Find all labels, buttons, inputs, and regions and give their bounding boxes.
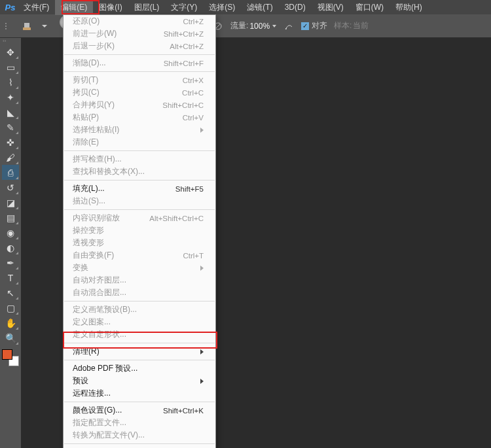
menu-item[interactable]: 清理(R) [64, 345, 215, 358]
eyedropper-tool[interactable]: ✎ [2, 120, 19, 135]
menubar-item-0[interactable]: 文件(F) [18, 0, 55, 15]
menu-item: 描边(S)... [64, 195, 215, 207]
submenu-triangle-icon [16, 297, 18, 300]
menubar-item-5[interactable]: 选择(S) [203, 0, 241, 15]
sample-selector[interactable]: 样本: 当前 [334, 20, 369, 31]
options-grip[interactable] [5, 17, 10, 35]
menu-item-shortcut: Shift+Ctrl+F [164, 60, 204, 67]
submenu-triangle-icon [16, 282, 18, 284]
dodge-tool[interactable]: ◐ [2, 240, 19, 255]
flow-field[interactable]: 流量: 100% [230, 20, 276, 31]
menu-item[interactable]: 颜色设置(G)...Shift+Ctrl+K [64, 404, 215, 417]
menu-item: 自由变换(F)Ctrl+T [64, 249, 215, 262]
submenu-triangle-icon [16, 177, 18, 179]
menubar-item-7[interactable]: 3D(D) [279, 1, 312, 14]
menu-item: 指定配置文件... [64, 417, 215, 429]
menubar-item-3[interactable]: 图层(L) [128, 0, 166, 15]
menu-item: 操控变形 [64, 224, 215, 237]
menu-item-label: 还原(O) [73, 16, 100, 27]
rectangle-tool[interactable]: ▢ [2, 300, 19, 315]
menubar-item-6[interactable]: 滤镜(T) [241, 0, 278, 15]
move-tool[interactable]: ✥ [2, 44, 19, 60]
fg-color-swatch[interactable] [2, 349, 12, 360]
menu-item[interactable]: Adobe PDF 预设... [64, 362, 215, 375]
menu-item-label: 定义图案... [73, 317, 111, 328]
pen-tool[interactable]: ✒ [2, 255, 19, 270]
menu-item: 查找和替换文本(X)... [64, 165, 215, 178]
menu-item-label: 查找和替换文本(X)... [73, 166, 145, 177]
align-checkbox[interactable]: ✓ 对齐 [301, 20, 327, 31]
menu-item-label: 远程连接... [73, 388, 111, 399]
menu-item-shortcut: Ctrl+T [183, 252, 204, 260]
menu-item[interactable]: 填充(L)...Shift+F5 [64, 182, 215, 195]
submenu-triangle-icon [16, 327, 18, 330]
gradient-tool[interactable]: ▤ [2, 210, 19, 225]
menu-item-label: 清理(R) [73, 346, 100, 357]
submenu-triangle-icon [16, 101, 18, 104]
menu-item-label: 填充(L)... [73, 183, 105, 194]
menu-item-shortcut: Alt+Ctrl+Z [170, 43, 204, 50]
active-tool-icon[interactable] [20, 19, 34, 33]
menu-item-label: 颜色设置(G)... [73, 405, 122, 416]
lasso-tool[interactable]: ⌇ [2, 75, 19, 90]
submenu-arrow-icon [200, 266, 204, 271]
menu-separator [64, 54, 215, 55]
menubar-item-9[interactable]: 窗口(W) [350, 0, 390, 15]
menu-separator [64, 150, 215, 151]
menu-item: 后退一步(K)Alt+Ctrl+Z [64, 40, 215, 52]
menu-item: 定义自定形状... [64, 328, 215, 341]
menu-item[interactable]: 预设 [64, 375, 215, 387]
menu-item-label: 选择性粘贴(I) [73, 124, 119, 135]
menubar-item-4[interactable]: 文字(Y) [165, 0, 203, 15]
submenu-arrow-icon [200, 379, 204, 384]
type-tool[interactable]: T [2, 270, 19, 285]
menu-item-shortcut: Ctrl+X [183, 77, 204, 84]
menubar-item-10[interactable]: 帮助(H) [390, 0, 428, 15]
hand-tool[interactable]: ✋ [2, 315, 19, 330]
menu-item-label: 描边(S)... [73, 196, 105, 207]
menu-item-label: 清除(E) [73, 137, 99, 148]
zoom-tool[interactable]: 🔍 [2, 330, 19, 345]
menu-item: 渐隐(D)...Shift+Ctrl+F [64, 57, 215, 69]
menubar-item-1[interactable]: 编辑(E) [55, 0, 93, 15]
marquee-tool[interactable]: ▭ [2, 60, 19, 75]
magic-wand-tool[interactable]: ✦ [2, 90, 19, 105]
svg-rect-1 [24, 23, 29, 27]
menu-item-shortcut: Ctrl+C [182, 89, 204, 97]
menu-item-label: 预设 [73, 375, 88, 387]
healing-brush-tool[interactable]: ✜ [2, 135, 19, 150]
menu-item-label: 粘贴(P) [73, 112, 99, 123]
svg-rect-0 [23, 27, 31, 30]
color-swatches[interactable] [2, 349, 19, 366]
eraser-tool[interactable]: ◪ [2, 195, 19, 210]
menu-item: 转换为配置文件(V)... [64, 429, 215, 441]
menu-item-label: 定义自定形状... [73, 329, 126, 340]
tool-rail: ✥▭⌇✦◣✎✜🖌⎙↺◪▤◉◐✒T↖▢✋🔍 [0, 43, 21, 448]
menu-item-label: 定义画笔预设(B)... [73, 304, 137, 315]
menu-item-label: 渐隐(D)... [73, 58, 106, 69]
blur-tool[interactable]: ◉ [2, 225, 19, 240]
clone-stamp-tool[interactable]: ⎙ [2, 165, 19, 180]
menubar-item-2[interactable]: 图像(I) [93, 0, 128, 15]
submenu-arrow-icon [200, 349, 204, 354]
menubar-item-8[interactable]: 视图(V) [312, 0, 350, 15]
menu-item-shortcut: Shift+Ctrl+C [162, 101, 204, 109]
menu-item-label: 操控变形 [73, 225, 104, 236]
menu-item: 内容识别缩放Alt+Shift+Ctrl+C [64, 212, 215, 224]
path-select-tool[interactable]: ↖ [2, 285, 19, 300]
crop-tool[interactable]: ◣ [2, 105, 19, 120]
menu-item[interactable]: 远程连接... [64, 387, 215, 400]
menu-item: 还原(O)Ctrl+Z [64, 15, 215, 27]
history-brush-tool[interactable]: ↺ [2, 180, 19, 195]
menu-item: 清除(E) [64, 136, 215, 148]
submenu-triangle-icon [16, 86, 18, 89]
menu-separator [64, 71, 215, 72]
menu-item-shortcut: Shift+Ctrl+Z [164, 30, 204, 38]
edit-menu-dropdown: 还原(O)Ctrl+Z前进一步(W)Shift+Ctrl+Z后退一步(K)Alt… [63, 14, 216, 448]
airbrush-button[interactable] [283, 20, 295, 32]
submenu-triangle-icon [16, 222, 18, 224]
tool-preset-dropdown-icon[interactable] [42, 25, 47, 27]
menu-separator [64, 343, 215, 343]
brush-tool[interactable]: 🖌 [2, 150, 19, 165]
submenu-triangle-icon [16, 162, 18, 164]
